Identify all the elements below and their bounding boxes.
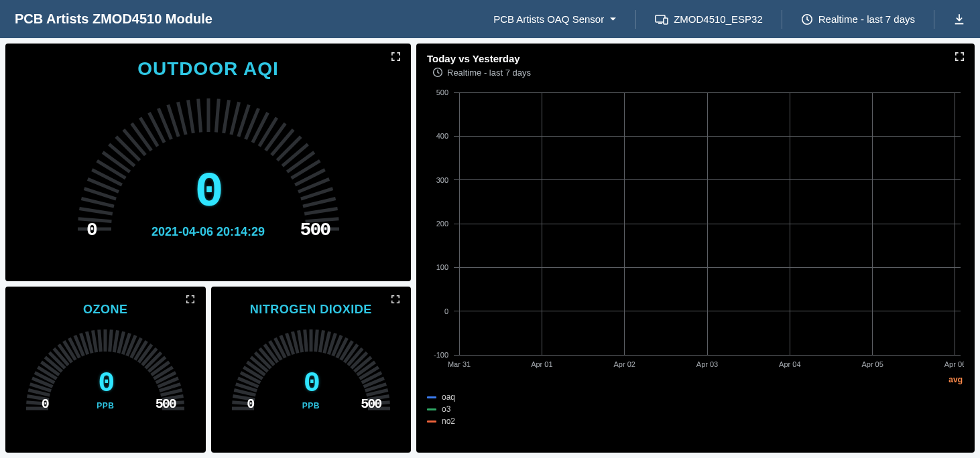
svg-line-106 <box>304 329 306 352</box>
sensor-select[interactable]: PCB Artists OAQ Sensor <box>493 13 617 25</box>
gauge-no2: 0 0 500 PPB <box>211 318 412 418</box>
svg-line-22 <box>178 102 186 135</box>
header-divider <box>934 10 934 29</box>
svg-text:100: 100 <box>436 263 448 271</box>
header-controls: PCB Artists OAQ Sensor ZMOD4510_ESP32 <box>493 10 965 29</box>
svg-line-43 <box>304 208 337 214</box>
expand-icon <box>391 52 401 64</box>
svg-line-15 <box>116 137 139 160</box>
gauge-title-aqi: OUTDOOR AQI <box>5 58 411 80</box>
time-range-select[interactable]: Realtime - last 7 days <box>801 13 915 25</box>
svg-text:Apr 01: Apr 01 <box>531 360 552 368</box>
expand-icon <box>955 52 965 64</box>
dashboard-content: OUTDOOR AQI 0 0 500 2021-04-06 20:14:29 <box>0 38 980 458</box>
chart-subtitle: Realtime - last 7 days <box>447 68 531 78</box>
time-range-label: Realtime - last 7 days <box>818 13 915 25</box>
chart-avg-label: avg <box>948 375 963 384</box>
legend-swatch <box>427 421 436 423</box>
gauge-card-aqi: OUTDOOR AQI 0 0 500 2021-04-06 20:14:29 <box>5 44 411 281</box>
svg-line-65 <box>99 329 101 352</box>
gauge-ozone-unit: PPB <box>97 401 114 410</box>
gauge-aqi-value: 0 <box>194 165 221 220</box>
gauge-ozone-value: 0 <box>98 368 113 400</box>
legend-label: no2 <box>442 416 455 426</box>
legend-item[interactable]: no2 <box>427 416 964 426</box>
page-title: PCB Artists ZMOD4510 Module <box>15 11 493 27</box>
svg-line-8 <box>81 198 114 206</box>
gauge-ozone-max: 500 <box>156 396 176 412</box>
chart-card: Today vs Yesterday Realtime - last 7 day… <box>416 44 975 453</box>
chart-title: Today vs Yesterday <box>427 53 964 64</box>
gauge-no2-max: 500 <box>361 396 381 412</box>
svg-line-13 <box>103 152 129 171</box>
svg-line-42 <box>302 198 335 206</box>
header-divider <box>635 10 636 29</box>
svg-line-64 <box>93 330 97 352</box>
svg-line-28 <box>231 102 239 135</box>
expand-button[interactable] <box>952 50 967 65</box>
gauge-card-no2: NITROGEN DIOXIDE 0 0 500 PPB <box>211 287 412 453</box>
sensor-select-label: PCB Artists OAQ Sensor <box>493 13 604 25</box>
header-divider <box>782 10 782 29</box>
svg-line-108 <box>315 329 317 352</box>
small-gauge-row: OZONE 0 0 500 PPB NITROGEN <box>5 287 411 453</box>
legend-label: o3 <box>442 404 450 414</box>
legend-item[interactable]: oaq <box>427 392 964 402</box>
clock-icon <box>801 13 813 25</box>
svg-text:Apr 06: Apr 06 <box>944 360 964 368</box>
gauge-aqi: 0 0 500 2021-04-06 20:14:29 <box>5 85 411 246</box>
left-column: OUTDOOR AQI 0 0 500 2021-04-06 20:14:29 <box>5 44 411 453</box>
svg-rect-2 <box>664 18 668 24</box>
svg-text:Mar 31: Mar 31 <box>448 360 471 368</box>
expand-button[interactable] <box>388 293 403 308</box>
device-icon <box>655 14 668 25</box>
expand-icon <box>186 295 195 307</box>
chevron-down-icon <box>609 15 617 23</box>
svg-text:500: 500 <box>436 88 448 96</box>
chart-plot[interactable]: -1000100200300400500Mar 31Apr 01Apr 02Ap… <box>427 87 964 375</box>
expand-button[interactable] <box>183 293 198 308</box>
svg-line-23 <box>188 100 193 133</box>
svg-line-17 <box>131 123 151 150</box>
svg-line-33 <box>265 123 285 150</box>
gauge-no2-min: 0 <box>247 396 253 412</box>
legend-swatch <box>427 408 436 410</box>
svg-line-16 <box>123 130 145 155</box>
svg-line-27 <box>223 100 229 133</box>
svg-line-26 <box>216 99 219 133</box>
legend-item[interactable]: o3 <box>427 404 964 414</box>
gauge-aqi-max: 500 <box>300 220 330 240</box>
svg-line-105 <box>298 330 302 352</box>
svg-text:Apr 04: Apr 04 <box>779 360 800 368</box>
svg-line-109 <box>320 330 323 352</box>
download-icon <box>953 13 965 25</box>
gauge-title-ozone: OZONE <box>5 303 206 317</box>
legend-label: oaq <box>442 392 455 402</box>
svg-rect-4 <box>955 23 964 24</box>
device-select[interactable]: ZMOD4510_ESP32 <box>655 13 763 25</box>
clock-icon <box>432 67 443 78</box>
svg-line-67 <box>110 329 112 352</box>
svg-text:-100: -100 <box>434 351 448 359</box>
gauge-title-no2: NITROGEN DIOXIDE <box>211 303 412 317</box>
svg-text:0: 0 <box>444 307 448 315</box>
svg-line-14 <box>109 144 134 165</box>
gauge-no2-unit: PPB <box>302 401 320 410</box>
svg-text:200: 200 <box>436 220 448 228</box>
svg-text:400: 400 <box>436 132 448 140</box>
gauge-aqi-min: 0 <box>86 220 97 240</box>
download-button[interactable] <box>953 13 965 25</box>
svg-line-36 <box>282 144 308 165</box>
svg-line-68 <box>115 330 118 352</box>
svg-line-34 <box>271 130 293 155</box>
right-column: Today vs Yesterday Realtime - last 7 day… <box>416 44 975 453</box>
chart-legend: oaqo3no2 <box>427 392 964 426</box>
svg-line-7 <box>79 208 112 214</box>
chart-header: Today vs Yesterday Realtime - last 7 day… <box>427 53 964 78</box>
svg-text:300: 300 <box>436 176 448 184</box>
device-label: ZMOD4510_ESP32 <box>674 13 763 25</box>
svg-text:Apr 03: Apr 03 <box>696 360 718 368</box>
svg-line-24 <box>198 99 200 133</box>
expand-icon <box>391 295 400 307</box>
expand-button[interactable] <box>388 50 403 65</box>
